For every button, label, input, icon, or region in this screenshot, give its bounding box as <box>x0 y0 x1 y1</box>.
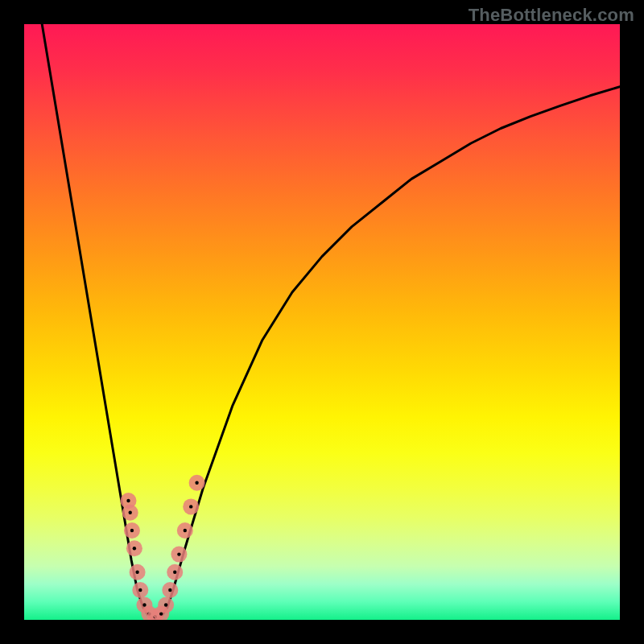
data-marker-center <box>177 552 180 555</box>
data-marker-center <box>126 499 130 502</box>
watermark-text: TheBottleneck.com <box>469 5 634 26</box>
data-marker-center <box>129 511 132 514</box>
data-marker-center <box>164 603 167 606</box>
data-marker-center <box>135 571 138 574</box>
data-marker-center <box>195 481 198 485</box>
data-marker-center <box>133 547 136 550</box>
data-marker-center <box>184 529 187 532</box>
chart-frame: TheBottleneck.com <box>0 0 644 644</box>
chart-svg <box>24 24 620 620</box>
data-marker-center <box>142 603 146 606</box>
data-marker-center <box>173 571 176 574</box>
data-marker-center <box>130 529 134 532</box>
plot-area <box>24 24 620 620</box>
data-marker-center <box>159 612 163 615</box>
data-marker-center <box>138 588 142 592</box>
data-marker-center <box>168 588 171 592</box>
data-marker-center <box>189 505 192 508</box>
